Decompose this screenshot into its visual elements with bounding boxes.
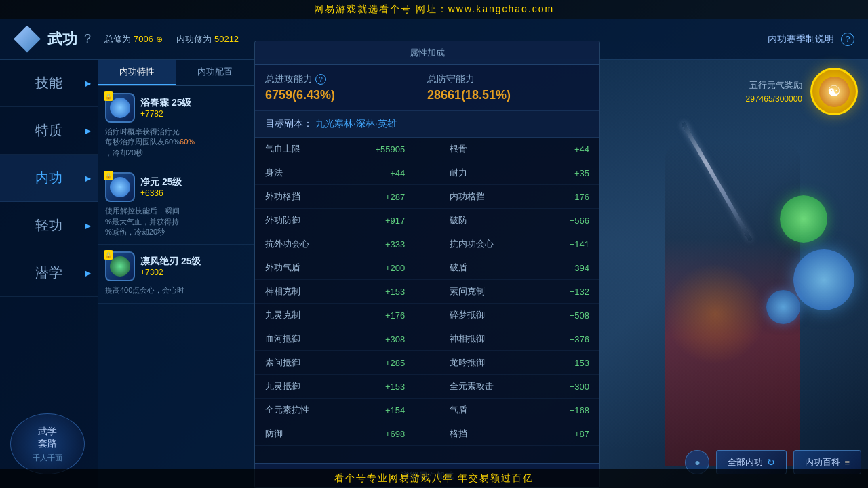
stat-left-name: 抗外功会心	[255, 232, 351, 256]
stat-right-name: 破防	[439, 209, 536, 232]
stat-right-val: +508	[535, 304, 599, 327]
table-row: 神相克制 +153 素问克制 +132	[255, 280, 599, 304]
table-row: 九灵抵御 +153 全元素攻击 +300	[255, 375, 599, 399]
stat-right-val: +44	[535, 138, 599, 161]
skill-desc-1: 治疗时概率获得治疗光 每秒治疗周围队友60%60% ，冷却20秒	[105, 127, 247, 158]
stat-left-val: +200	[351, 256, 416, 280]
season-icon: ☯	[827, 83, 841, 100]
header-question-icon[interactable]: ?	[841, 33, 854, 46]
stat-left-val: +333	[351, 232, 416, 256]
stat-divider	[415, 304, 439, 327]
season-inner: ☯	[819, 77, 850, 107]
stat-left-name: 气血上限	[255, 138, 351, 161]
inner-power-label: 内功修为	[176, 33, 212, 45]
orb-blue-small	[766, 290, 800, 324]
inner-skills-scroll[interactable]: 🔒 浴春霖 25级 +7782 治疗时概率获得治疗光 每秒治疗周围队友60%60…	[98, 86, 254, 479]
sidebar-item-neigong[interactable]: 内功 ▶	[0, 155, 98, 202]
stat-right-val: +300	[535, 375, 599, 399]
stat-left-name: 外功格挡	[255, 185, 351, 209]
skill-score-2: +6336	[140, 188, 247, 198]
skill-orb-1	[110, 98, 130, 118]
total-power-stat: 总修为 7006 ⊕	[104, 33, 163, 45]
stat-right-name: 素问克制	[439, 280, 536, 304]
table-row: 外功防御 +917 破防 +566	[255, 209, 599, 232]
table-row: 身法 +44 耐力 +35	[255, 161, 599, 185]
nav-arrow-neigong: ▶	[85, 174, 91, 183]
sidebar-item-tezhi[interactable]: 特质 ▶	[0, 107, 98, 155]
lock-icon-2: 🔒	[104, 171, 113, 180]
stat-right-name: 内功格挡	[439, 185, 536, 209]
stats-scroll[interactable]: 气血上限 +55905 根骨 +44 身法 +44 耐力 +35 外功格挡 +2…	[255, 138, 599, 488]
skill-item-yuchunlin[interactable]: 🔒 浴春霖 25级 +7782 治疗时概率获得治疗光 每秒治疗周围队友60%60…	[98, 86, 254, 165]
stat-left-name: 身法	[255, 161, 351, 185]
orb-green	[780, 195, 827, 243]
skill-name-3: 凛风绝刃 25级	[140, 256, 247, 268]
total-power-label: 总修为	[104, 33, 131, 45]
stat-right-val: +132	[535, 280, 599, 304]
stat-right-name: 碎梦抵御	[439, 304, 536, 327]
attack-stat-label: 总进攻能力 ?	[265, 73, 427, 85]
header-question[interactable]: ?	[84, 32, 91, 46]
stat-right-val: +566	[535, 209, 599, 232]
stat-right-name: 神相抵御	[439, 327, 536, 351]
stat-right-val: +168	[535, 399, 599, 422]
bottom-banner-text: 看个号专业网易游戏八年 年交易额过百亿	[334, 472, 534, 485]
target-dungeon[interactable]: 目标副本： 九光寒林·深林·英雄	[255, 111, 599, 138]
badge-line1: 武学	[38, 426, 57, 438]
main-stats-panel: 属性加成 总进攻能力 ? 6759(6.43%) 总防守能力 28661(18.…	[254, 41, 600, 488]
skill-item-linfengjueren[interactable]: 🔒 凛风绝刃 25级 +7302 提高400点会心，会心时	[98, 245, 254, 303]
inner-skills-panel: 内功特性 内功配置 🔒 浴春霖 25级 +7782 治疗时概率获得治疗光 每秒治…	[98, 60, 254, 488]
nav-label-jineng: 技能	[35, 74, 62, 92]
stat-right-name: 龙吟抵御	[439, 351, 536, 375]
stat-right-name: 气盾	[439, 399, 536, 422]
stat-left-val: +285	[351, 351, 416, 375]
stat-right-val: +141	[535, 232, 599, 256]
stats-table: 气血上限 +55905 根骨 +44 身法 +44 耐力 +35 外功格挡 +2…	[255, 138, 599, 446]
power-icon: ⊕	[156, 35, 163, 44]
encyclopedia-label: 内功百科	[805, 456, 840, 468]
target-prefix: 目标副本：	[265, 118, 313, 129]
stat-right-name: 抗内功会心	[439, 232, 536, 256]
stat-divider	[415, 280, 439, 304]
stat-right-name: 根骨	[439, 138, 536, 161]
lock-icon-3: 🔒	[104, 250, 113, 260]
stat-left-val: +55905	[351, 138, 416, 161]
sidebar-item-jineng[interactable]: 技能 ▶	[0, 60, 98, 107]
stat-divider	[415, 256, 439, 280]
inner-season-label[interactable]: 内功赛季制说明	[768, 33, 834, 45]
stat-left-name: 素问抵御	[255, 351, 351, 375]
stat-left-name: 外功气盾	[255, 256, 351, 280]
attack-stat-value: 6759(6.43%)	[265, 88, 427, 102]
tab-inner-config[interactable]: 内功配置	[176, 60, 254, 85]
sidebar-item-qinggong[interactable]: 轻功 ▶	[0, 202, 98, 249]
tab-inner-traits[interactable]: 内功特性	[98, 60, 176, 85]
skill-info-3: 凛风绝刃 25级 +7302	[140, 256, 247, 277]
stat-right-val: +376	[535, 327, 599, 351]
wuxue-badge[interactable]: 武学 套路 千人千面	[10, 413, 85, 474]
skill-icon-yuchunlin: 🔒	[105, 93, 135, 123]
season-row: 五行元气奖励 297465/300000 ☯	[746, 68, 858, 115]
attack-stat-block: 总进攻能力 ? 6759(6.43%)	[265, 73, 427, 102]
skill-item-jingyuan[interactable]: 🔒 净元 25级 +6336 使用解控技能后，瞬间 %最大气血，并获得持 %减伤…	[98, 165, 254, 245]
defense-stat-block: 总防守能力 28661(18.51%)	[427, 73, 589, 102]
stat-left-val: +154	[351, 399, 416, 422]
nav-label-qianxue: 潜学	[35, 264, 62, 282]
sidebar-item-qianxue[interactable]: 潜学 ▶	[0, 249, 98, 297]
attack-help-icon[interactable]: ?	[315, 74, 326, 85]
stat-divider	[415, 327, 439, 351]
stat-right-name: 全元素攻击	[439, 375, 536, 399]
skill-name-1: 浴春霖 25级	[140, 97, 247, 109]
header-title: 武功	[47, 29, 77, 49]
header-stats: 总修为 7006 ⊕ 内功修为 50212	[104, 33, 239, 45]
badge-line3: 千人千面	[33, 453, 62, 463]
skill-icon-linfen: 🔒	[105, 251, 135, 281]
skill-orb-2	[110, 177, 130, 197]
skill-desc-3: 提高400点会心，会心时	[105, 285, 247, 296]
stat-right-name: 耐力	[439, 161, 536, 185]
stat-right-name: 格挡	[439, 422, 536, 446]
skill-score-1: +7782	[140, 109, 247, 119]
nav-arrow-qinggong: ▶	[85, 221, 91, 230]
table-row: 外功气盾 +200 破盾 +394	[255, 256, 599, 280]
stat-left-name: 全元素抗性	[255, 399, 351, 422]
stat-right-val: +87	[535, 422, 599, 446]
